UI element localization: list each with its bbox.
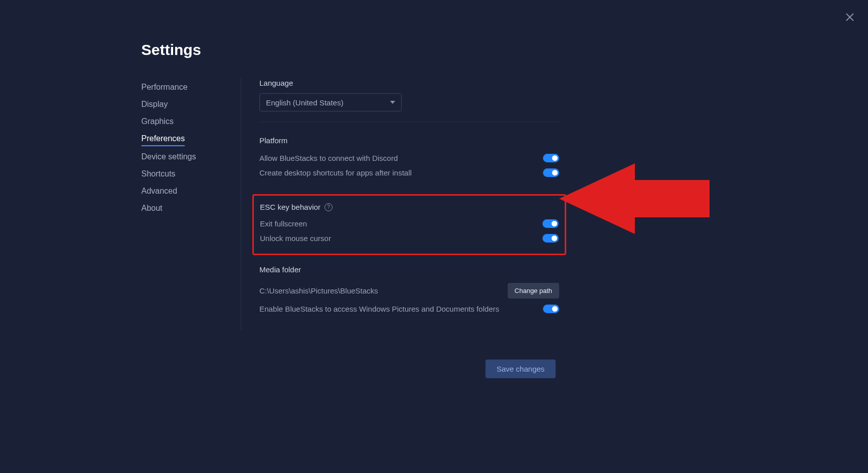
sidebar-item-performance[interactable]: Performance	[141, 79, 231, 96]
esc-key-label: ESC key behavior ?	[260, 203, 559, 211]
sidebar-item-about[interactable]: About	[141, 200, 231, 217]
media-folder-label: Media folder	[259, 265, 559, 274]
sidebar-item-preferences[interactable]: Preferences	[141, 130, 185, 146]
esc-key-label-text: ESC key behavior	[260, 203, 320, 211]
discord-toggle[interactable]	[543, 154, 559, 162]
divider	[259, 122, 559, 122]
desktop-shortcuts-toggle-label: Create desktop shortcuts for apps after …	[259, 168, 412, 177]
sidebar-item-shortcuts[interactable]: Shortcuts	[141, 165, 231, 183]
media-folder-section: Media folder C:\Users\ashis\Pictures\Blu…	[259, 265, 559, 316]
change-path-button[interactable]: Change path	[508, 283, 559, 299]
sidebar-item-graphics[interactable]: Graphics	[141, 113, 231, 130]
language-selected-value: English (United States)	[266, 98, 343, 107]
sidebar-item-advanced[interactable]: Advanced	[141, 183, 231, 200]
esc-key-section-highlighted: ESC key behavior ? Exit fullscreen Unloc…	[252, 194, 566, 255]
language-section: Language English (United States)	[259, 79, 559, 122]
close-button[interactable]	[844, 11, 856, 23]
annotation-arrow-icon	[559, 163, 710, 234]
settings-content: Language English (United States) Platfor…	[241, 79, 559, 330]
page-title: Settings	[141, 41, 727, 58]
save-changes-button[interactable]: Save changes	[485, 360, 556, 378]
settings-sidebar: Performance Display Graphics Preferences…	[141, 79, 241, 330]
platform-section: Platform Allow BlueStacks to connect wit…	[259, 136, 559, 180]
exit-fullscreen-toggle[interactable]	[542, 219, 559, 228]
platform-label: Platform	[259, 136, 559, 145]
unlock-cursor-toggle-label: Unlock mouse cursor	[260, 234, 331, 243]
sidebar-item-device-settings[interactable]: Device settings	[141, 148, 231, 165]
access-folders-toggle-label: Enable BlueStacks to access Windows Pict…	[259, 305, 499, 313]
access-folders-toggle[interactable]	[543, 305, 559, 313]
unlock-cursor-toggle[interactable]	[542, 234, 559, 243]
media-folder-path: C:\Users\ashis\Pictures\BlueStacks	[259, 286, 378, 295]
language-label: Language	[259, 79, 559, 87]
language-select[interactable]: English (United States)	[259, 93, 402, 111]
close-icon	[844, 11, 856, 23]
exit-fullscreen-toggle-label: Exit fullscreen	[260, 219, 307, 228]
chevron-down-icon	[390, 101, 395, 104]
discord-toggle-label: Allow BlueStacks to connect with Discord	[259, 154, 398, 162]
help-icon[interactable]: ?	[324, 203, 333, 211]
desktop-shortcuts-toggle[interactable]	[543, 168, 559, 177]
svg-marker-2	[559, 163, 710, 234]
sidebar-item-display[interactable]: Display	[141, 96, 231, 113]
